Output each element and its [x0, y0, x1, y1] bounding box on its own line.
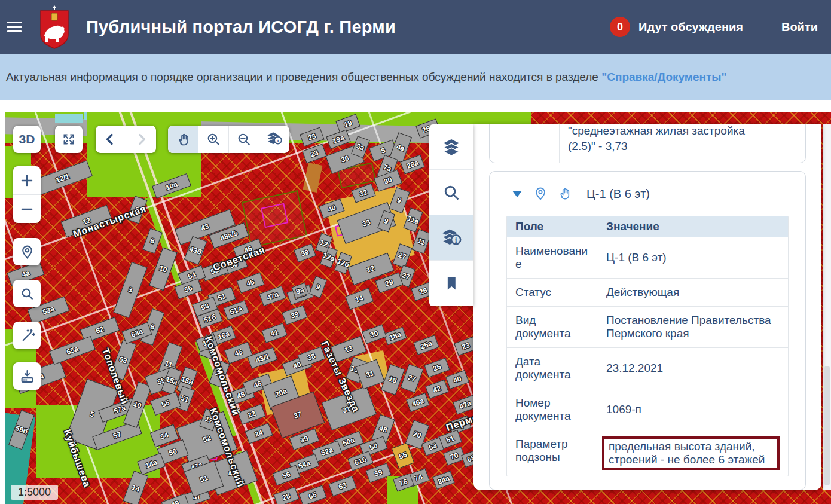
zoom-out-button[interactable] — [13, 195, 41, 223]
building-label: 45 — [233, 347, 243, 358]
building-label: 40 — [326, 203, 337, 214]
banner-docs-link[interactable]: "Справка/Документы" — [601, 71, 726, 83]
building-label: 51А — [228, 304, 243, 317]
building-label: 32 — [358, 188, 368, 198]
tab-object-info[interactable]: i — [429, 215, 473, 261]
building-label: 8 — [149, 236, 155, 245]
object-info-panel: (высотная застройка) (2.6)" , "среднеэта… — [473, 124, 821, 490]
identify-layers-button[interactable]: i — [259, 126, 289, 153]
building-label: 54 — [159, 430, 169, 441]
login-button[interactable]: Войти — [781, 20, 818, 34]
building-label: 5 — [380, 146, 386, 155]
building-label: 70 — [449, 451, 459, 462]
building-label: 63а — [130, 327, 144, 339]
map-building: 63 — [329, 475, 357, 496]
building-label: 76 — [398, 477, 408, 488]
building-label: 31 — [365, 369, 375, 380]
building-label: 57 — [112, 430, 122, 441]
building-label: 55 — [160, 398, 170, 409]
collapse-chevron-icon[interactable] — [512, 191, 522, 197]
menu-hamburger-icon[interactable] — [7, 19, 25, 35]
discussions-label[interactable]: Идут обсуждения — [638, 20, 743, 34]
bookmark-icon — [442, 274, 461, 293]
zoom-out-tool-button[interactable] — [229, 126, 259, 153]
building-label: 20а — [274, 387, 288, 399]
building-label: 48 — [236, 390, 246, 401]
building-label: 3а — [355, 142, 365, 152]
table-header-row: Поле Значение — [507, 216, 788, 237]
building-label: 51 — [445, 434, 455, 445]
info-banner: Актуальная информация о порядке организа… — [0, 54, 831, 100]
feature-card: Ц-1 (В 6 эт) Поле Значение НаименованиеЦ… — [489, 171, 806, 490]
building-label: 3 — [127, 285, 133, 294]
building-label: 12 — [319, 238, 329, 249]
map-building: 45 — [237, 272, 265, 293]
building-label: 33 — [361, 218, 371, 228]
tab-bookmarks[interactable] — [429, 261, 473, 306]
download-button[interactable] — [13, 362, 41, 390]
view-3d-button[interactable]: 3D — [13, 126, 41, 153]
map-building: 22 — [238, 404, 266, 424]
feature-card-header[interactable]: Ц-1 (В 6 эт) — [490, 172, 805, 213]
building-label: 51 — [179, 393, 190, 404]
table-row: СтатусДействующая — [507, 279, 788, 307]
tab-layers[interactable] — [429, 124, 473, 170]
table-row: НаименованиеЦ-1 (В 6 эт) — [507, 237, 788, 279]
building-label: 19 — [343, 118, 353, 129]
zoom-to-feature-pin-icon[interactable] — [533, 186, 548, 201]
feature-title: Ц-1 (В 6 эт) — [586, 187, 650, 201]
zoom-in-tool-button[interactable] — [198, 126, 229, 153]
map-building: 43/1 — [248, 347, 278, 369]
fullscreen-button[interactable] — [55, 126, 83, 153]
building-label: 52а — [320, 445, 334, 457]
building-label: 59б — [14, 424, 29, 436]
building-label: 14а — [144, 458, 158, 470]
pan-tool-button[interactable] — [168, 126, 198, 153]
app-header: Публичный портал ИСОГД г. Перми 0 Идут о… — [0, 0, 831, 54]
pan-to-feature-hand-icon[interactable] — [557, 186, 572, 201]
building-label: 10а — [164, 180, 179, 192]
forward-button[interactable] — [126, 126, 156, 153]
field-value-cell: Ц-1 (В 6 эт) — [598, 237, 788, 278]
building-label: 43/1 — [255, 352, 271, 364]
building-label: 4а — [20, 268, 30, 279]
building-label: 46а — [411, 396, 425, 408]
building-label: 39 — [299, 434, 309, 445]
building-label: 9 — [383, 216, 389, 225]
map-building: 42 — [425, 380, 448, 399]
magic-wand-button[interactable] — [13, 322, 41, 349]
locate-button[interactable] — [13, 238, 41, 265]
building-label: 38 — [306, 352, 316, 362]
table-row: Дата документа23.12.2021 — [507, 348, 788, 389]
building-label: 65а — [65, 344, 80, 356]
building-label: 28а — [405, 158, 420, 170]
building-label: 24 — [253, 428, 264, 439]
map-zone — [55, 114, 83, 123]
map-building: 25а — [413, 335, 439, 355]
back-button[interactable] — [96, 126, 126, 153]
building-label: 56 — [281, 470, 291, 481]
zoom-in-button[interactable] — [13, 166, 41, 195]
building-label: 23 — [309, 148, 319, 159]
building-label: 53 — [427, 441, 438, 452]
field-value-cell: предельная высота зданий, строений - не … — [598, 430, 788, 476]
building-label: 52 — [201, 433, 212, 444]
field-value-cell: Постановление Правительства Пермского кр… — [598, 307, 788, 347]
building-label: 23 — [460, 341, 471, 352]
search-icon — [19, 286, 35, 302]
map-building: 39 — [282, 305, 307, 325]
map-building: 24а — [432, 471, 455, 490]
building-label: 16а — [216, 329, 231, 341]
building-label: 36 — [340, 154, 350, 164]
map-search-button[interactable] — [13, 280, 41, 307]
forward-icon — [133, 132, 149, 147]
panel-scrollbar-thumb[interactable] — [824, 366, 830, 485]
zoom-plus-icon — [19, 173, 35, 188]
building-label: 65 — [307, 490, 317, 501]
tab-search[interactable] — [429, 170, 473, 215]
layers-info-icon: i — [441, 227, 462, 249]
column-header-field: Поле — [507, 216, 598, 237]
map-building: 53 — [421, 437, 444, 456]
table-row: Параметр подзоныпредельная высота зданий… — [507, 430, 788, 476]
map-building: 25 — [424, 358, 450, 378]
